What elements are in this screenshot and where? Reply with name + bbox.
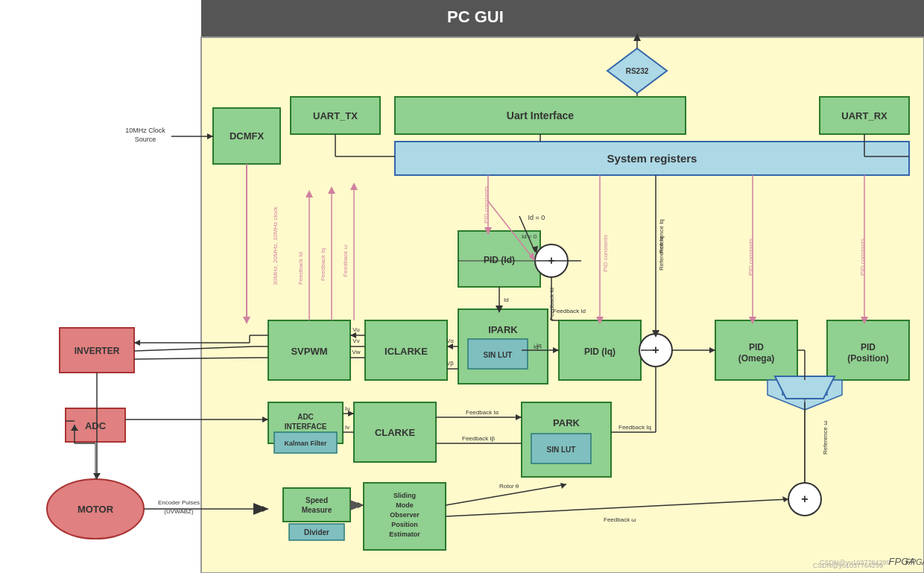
svg-rect-54 xyxy=(283,488,350,522)
svg-marker-86 xyxy=(306,190,313,197)
svg-marker-157 xyxy=(516,414,522,420)
svg-point-78 xyxy=(47,479,144,539)
svg-text:Reference Iq: Reference Iq xyxy=(658,219,665,253)
svg-rect-0 xyxy=(201,0,924,37)
svg-marker-150 xyxy=(262,417,268,422)
svg-rect-37 xyxy=(715,320,797,380)
svg-text:+: + xyxy=(652,344,659,356)
svg-marker-137 xyxy=(134,340,140,346)
svg-rect-12 xyxy=(820,97,909,134)
svg-marker-168 xyxy=(553,347,559,353)
svg-marker-176 xyxy=(358,502,364,508)
svg-marker-123 xyxy=(447,344,453,349)
svg-text:Encoder Pulses: Encoder Pulses xyxy=(158,499,200,506)
diagram-container: RS232 UART_TX Uart Interface UART_RX Sys… xyxy=(0,0,924,573)
svg-marker-7 xyxy=(633,34,641,41)
svg-marker-147 xyxy=(71,425,78,431)
svg-rect-40 xyxy=(827,320,909,380)
svg-text:Feedback ω: Feedback ω xyxy=(604,516,636,523)
svg-rect-59 xyxy=(364,483,446,550)
svg-marker-112 xyxy=(496,306,503,313)
svg-marker-21 xyxy=(207,133,213,139)
svg-marker-104 xyxy=(861,317,868,324)
svg-rect-16 xyxy=(213,108,280,164)
svg-line-141 xyxy=(134,358,257,359)
svg-text:30MHz, 20MHz, 10MHz clock: 30MHz, 20MHz, 10MHz clock xyxy=(272,206,279,285)
svg-text:Speed: Speed xyxy=(306,496,328,504)
svg-text:Vw: Vw xyxy=(352,349,360,355)
svg-text:(Position): (Position) xyxy=(847,353,888,364)
svg-marker-73 xyxy=(775,376,835,399)
svg-text:+: + xyxy=(801,493,808,505)
svg-text:PID (Iq): PID (Iq) xyxy=(584,346,616,357)
svg-marker-109 xyxy=(652,330,659,338)
svg-text:IPARK: IPARK xyxy=(488,324,518,335)
svg-text:Iq: Iq xyxy=(534,344,539,350)
svg-text:(UVWABZ): (UVWABZ) xyxy=(164,508,194,515)
svg-marker-98 xyxy=(596,317,604,324)
svg-marker-101 xyxy=(749,317,756,324)
svg-text:SVPWM: SVPWM xyxy=(291,346,327,357)
svg-rect-52 xyxy=(531,434,591,463)
svg-point-67 xyxy=(639,334,672,367)
svg-marker-107 xyxy=(529,252,535,261)
svg-text:UART_TX: UART_TX xyxy=(313,110,358,121)
svg-text:CLARKE: CLARKE xyxy=(375,427,415,438)
svg-text:Vv: Vv xyxy=(352,338,359,344)
svg-rect-29 xyxy=(458,309,548,384)
svg-text:Feedback Iq: Feedback Iq xyxy=(320,248,326,281)
svg-text:PID constants: PID constants xyxy=(859,238,866,276)
svg-marker-143 xyxy=(93,473,101,479)
svg-text:Iv: Iv xyxy=(345,424,349,431)
svg-rect-35 xyxy=(559,320,641,380)
svg-text:ADC: ADC xyxy=(297,413,314,421)
svg-marker-72 xyxy=(782,380,827,395)
svg-point-65 xyxy=(535,244,568,277)
svg-text:PID constants: PID constants xyxy=(747,238,754,276)
svg-marker-5 xyxy=(633,112,641,119)
svg-text:PID: PID xyxy=(749,342,764,352)
svg-text:Position: Position xyxy=(391,521,418,528)
svg-text:Rotor θ: Rotor θ xyxy=(499,483,519,490)
svg-rect-74 xyxy=(60,328,134,373)
svg-marker-2 xyxy=(607,48,667,93)
svg-line-139 xyxy=(134,346,253,351)
svg-text:DCMFX: DCMFX xyxy=(230,130,265,142)
svg-text:PID constants: PID constants xyxy=(483,186,490,224)
svg-text:INTERFACE: INTERFACE xyxy=(285,422,327,431)
svg-text:System registers: System registers xyxy=(607,152,697,165)
svg-text:Reference Iq: Reference Iq xyxy=(658,236,665,270)
svg-rect-31 xyxy=(468,339,528,369)
svg-text:Id = 0: Id = 0 xyxy=(528,214,545,221)
svg-marker-179 xyxy=(560,483,566,489)
svg-text:Kalman Filter: Kalman Filter xyxy=(284,440,327,447)
svg-marker-166 xyxy=(709,347,715,353)
svg-text:ADC: ADC xyxy=(85,420,107,431)
svg-rect-14 xyxy=(395,142,909,175)
svg-text:PID constants: PID constants xyxy=(602,235,609,272)
svg-rect-46 xyxy=(274,432,337,453)
svg-rect-25 xyxy=(268,320,350,380)
svg-marker-152 xyxy=(348,411,354,417)
svg-rect-1 xyxy=(201,37,924,573)
svg-marker-171 xyxy=(262,506,268,512)
svg-text:Feedback Id: Feedback Id xyxy=(553,308,586,314)
svg-text:Uart Interface: Uart Interface xyxy=(507,110,574,121)
svg-text:PID: PID xyxy=(861,342,876,352)
svg-text:Feedback ω: Feedback ω xyxy=(342,244,349,277)
svg-line-178 xyxy=(446,484,566,505)
svg-text:Source: Source xyxy=(135,136,156,143)
svg-rect-27 xyxy=(365,320,447,380)
svg-marker-128 xyxy=(350,332,356,338)
svg-marker-89 xyxy=(328,186,335,194)
svg-text:PARK: PARK xyxy=(553,417,580,428)
svg-marker-182 xyxy=(782,496,788,502)
svg-line-181 xyxy=(446,499,788,516)
svg-text:Iq: Iq xyxy=(537,342,542,349)
svg-line-191 xyxy=(519,216,535,252)
svg-rect-10 xyxy=(395,97,686,134)
svg-marker-92 xyxy=(350,183,358,190)
svg-text:Feedback Iα: Feedback Iα xyxy=(466,409,499,416)
svg-text:MOTOR: MOTOR xyxy=(77,504,114,515)
svg-text:Estimator: Estimator xyxy=(389,531,420,538)
